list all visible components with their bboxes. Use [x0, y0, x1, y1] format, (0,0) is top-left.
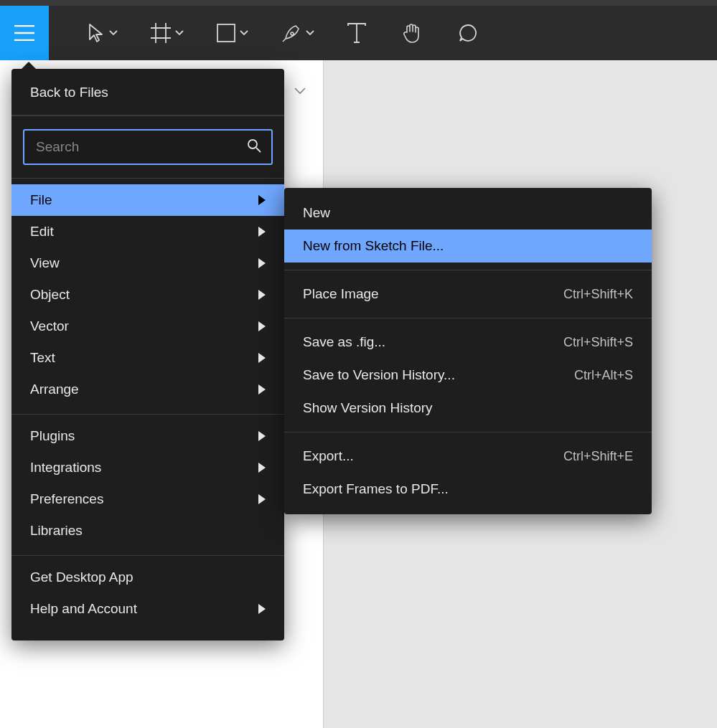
- toolbar: [0, 6, 717, 60]
- file-submenu: NewNew from Sketch File...Place ImageCtr…: [284, 188, 652, 514]
- submenu-item-new-from-sketch-file[interactable]: New from Sketch File...: [284, 230, 652, 263]
- submenu-item-shortcut: Ctrl+Shift+K: [563, 287, 633, 302]
- submenu-item-label: Place Image: [303, 286, 379, 302]
- rectangle-icon: [217, 24, 235, 42]
- submenu-arrow-icon: [258, 431, 266, 441]
- submenu-item-label: Show Version History: [303, 400, 433, 416]
- submenu-item-label: Save as .fig...: [303, 334, 385, 350]
- submenu-item-save-to-version-history[interactable]: Save to Version History...Ctrl+Alt+S: [284, 359, 652, 392]
- frame-icon: [151, 23, 171, 43]
- main-menu: Back to Files FileEditViewObjectVectorTe…: [11, 69, 284, 640]
- menu-item-libraries[interactable]: Libraries: [11, 515, 284, 547]
- submenu-item-export-frames-to-pdf[interactable]: Export Frames to PDF...: [284, 473, 652, 506]
- menu-search[interactable]: [23, 129, 273, 165]
- menu-item-label: Object: [30, 287, 70, 303]
- menu-item-label: Vector: [30, 318, 69, 334]
- submenu-item-label: New: [303, 205, 330, 221]
- submenu-arrow-icon: [258, 463, 266, 473]
- menu-item-plugins[interactable]: Plugins: [11, 420, 284, 452]
- tool-group: [49, 6, 488, 60]
- submenu-item-shortcut: Ctrl+Shift+S: [563, 335, 633, 350]
- pen-icon: [281, 23, 301, 43]
- submenu-arrow-icon: [258, 195, 266, 205]
- submenu-item-shortcut: Ctrl+Alt+S: [574, 368, 633, 383]
- submenu-item-label: Export...: [303, 448, 354, 464]
- comment-icon: [458, 23, 478, 43]
- menu-item-label: File: [30, 192, 52, 208]
- svg-rect-0: [217, 24, 235, 42]
- svg-point-1: [248, 140, 257, 148]
- window-chrome: [0, 0, 717, 6]
- submenu-arrow-icon: [258, 321, 266, 331]
- menu-item-label: Help and Account: [30, 601, 137, 617]
- menu-item-help-and-account[interactable]: Help and Account: [11, 593, 284, 625]
- panel-collapse-chevron[interactable]: [294, 85, 306, 98]
- chevron-down-icon: [175, 30, 184, 36]
- shape-tool[interactable]: [207, 6, 258, 60]
- chevron-down-icon: [240, 30, 248, 36]
- submenu-arrow-icon: [258, 494, 266, 504]
- submenu-arrow-icon: [258, 604, 266, 614]
- menu-item-preferences[interactable]: Preferences: [11, 483, 284, 515]
- submenu-arrow-icon: [258, 290, 266, 300]
- hand-icon: [402, 22, 422, 44]
- menu-back-to-files[interactable]: Back to Files: [11, 69, 284, 115]
- submenu-divider: [284, 270, 652, 270]
- main-menu-button[interactable]: [0, 6, 49, 60]
- move-tool[interactable]: [78, 6, 128, 60]
- submenu-item-label: Export Frames to PDF...: [303, 481, 449, 497]
- menu-item-text[interactable]: Text: [11, 342, 284, 374]
- search-icon: [247, 138, 261, 156]
- menu-item-integrations[interactable]: Integrations: [11, 452, 284, 483]
- submenu-arrow-icon: [258, 353, 266, 363]
- frame-tool[interactable]: [141, 6, 194, 60]
- menu-item-vector[interactable]: Vector: [11, 311, 284, 342]
- menu-item-get-desktop-app[interactable]: Get Desktop App: [11, 562, 284, 593]
- submenu-item-new[interactable]: New: [284, 197, 652, 230]
- menu-item-label: Text: [30, 350, 55, 366]
- submenu-item-shortcut: Ctrl+Shift+E: [563, 449, 633, 464]
- submenu-item-label: Save to Version History...: [303, 367, 455, 383]
- menu-item-object[interactable]: Object: [11, 279, 284, 311]
- menu-item-label: Edit: [30, 224, 54, 240]
- menu-item-label: Preferences: [30, 491, 103, 507]
- menu-item-label: Get Desktop App: [30, 569, 133, 585]
- menu-item-label: Plugins: [30, 428, 75, 444]
- menu-item-label: Arrange: [30, 382, 79, 397]
- hand-tool[interactable]: [392, 6, 432, 60]
- menu-item-label: View: [30, 255, 60, 271]
- submenu-arrow-icon: [258, 258, 266, 268]
- menu-item-edit[interactable]: Edit: [11, 216, 284, 247]
- submenu-arrow-icon: [258, 384, 266, 394]
- menu-search-wrap: [11, 115, 284, 178]
- chevron-down-icon: [306, 30, 314, 36]
- chevron-down-icon: [109, 30, 118, 36]
- menu-item-file[interactable]: File: [11, 184, 284, 216]
- submenu-arrow-icon: [258, 227, 266, 237]
- text-icon: [347, 23, 366, 43]
- submenu-divider: [284, 318, 652, 318]
- text-tool[interactable]: [337, 6, 376, 60]
- submenu-divider: [284, 432, 652, 432]
- menu-item-view[interactable]: View: [11, 247, 284, 279]
- submenu-item-save-as-fig[interactable]: Save as .fig...Ctrl+Shift+S: [284, 326, 652, 359]
- comment-tool[interactable]: [448, 6, 488, 60]
- menu-item-label: Libraries: [30, 523, 83, 539]
- submenu-item-show-version-history[interactable]: Show Version History: [284, 392, 652, 425]
- pen-tool[interactable]: [271, 6, 324, 60]
- submenu-item-export[interactable]: Export...Ctrl+Shift+E: [284, 440, 652, 473]
- submenu-item-place-image[interactable]: Place ImageCtrl+Shift+K: [284, 278, 652, 311]
- menu-search-input[interactable]: [34, 138, 247, 156]
- hamburger-icon: [14, 25, 34, 41]
- cursor-icon: [88, 23, 105, 43]
- submenu-item-label: New from Sketch File...: [303, 238, 444, 254]
- menu-back-label: Back to Files: [30, 85, 108, 100]
- menu-item-label: Integrations: [30, 460, 101, 476]
- menu-item-arrange[interactable]: Arrange: [11, 374, 284, 405]
